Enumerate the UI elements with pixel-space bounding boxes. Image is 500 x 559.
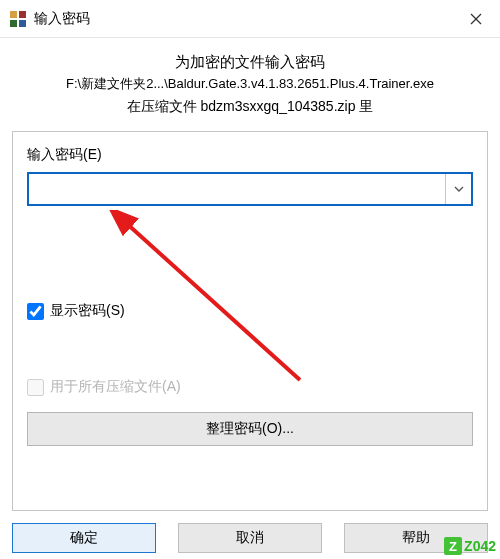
password-field-wrap: [27, 172, 473, 206]
app-icon: [8, 9, 28, 29]
organize-passwords-button[interactable]: 整理密码(O)...: [27, 412, 473, 446]
apply-all-checkbox[interactable]: [27, 379, 44, 396]
apply-all-label: 用于所有压缩文件(A): [50, 378, 181, 396]
header-filepath: F:\新建文件夹2...\Baldur.Gate.3.v4.1.83.2651.…: [10, 74, 490, 95]
show-password-checkbox[interactable]: [27, 303, 44, 320]
svg-rect-3: [19, 20, 26, 27]
dialog-button-row: 确定 取消 帮助: [0, 523, 500, 553]
titlebar: 输入密码: [0, 0, 500, 38]
watermark-z-icon: Z: [444, 537, 462, 555]
svg-rect-0: [10, 11, 17, 18]
form-group: 输入密码(E) 显示密码(S) 用于所有压缩文件(A) 整理密码(O)...: [12, 131, 488, 511]
watermark: Z Z042: [444, 537, 496, 555]
password-label: 输入密码(E): [27, 146, 473, 164]
watermark-text: Z042: [464, 538, 496, 554]
close-icon: [470, 13, 482, 25]
ok-button[interactable]: 确定: [12, 523, 156, 553]
cancel-button[interactable]: 取消: [178, 523, 322, 553]
close-button[interactable]: [452, 0, 500, 37]
window-title: 输入密码: [34, 10, 452, 28]
svg-rect-1: [19, 11, 26, 18]
svg-rect-2: [10, 20, 17, 27]
header-archive-name: 在压缩文件 bdzm3sxxgq_104385.zip 里: [10, 95, 490, 117]
header-prompt: 为加密的文件输入密码: [10, 50, 490, 74]
dialog-header: 为加密的文件输入密码 F:\新建文件夹2...\Baldur.Gate.3.v4…: [0, 38, 500, 123]
apply-all-row: 用于所有压缩文件(A): [27, 378, 473, 396]
show-password-row: 显示密码(S): [27, 302, 473, 320]
password-dropdown-button[interactable]: [445, 174, 471, 204]
chevron-down-icon: [454, 185, 464, 193]
show-password-label: 显示密码(S): [50, 302, 125, 320]
password-input[interactable]: [29, 174, 445, 204]
